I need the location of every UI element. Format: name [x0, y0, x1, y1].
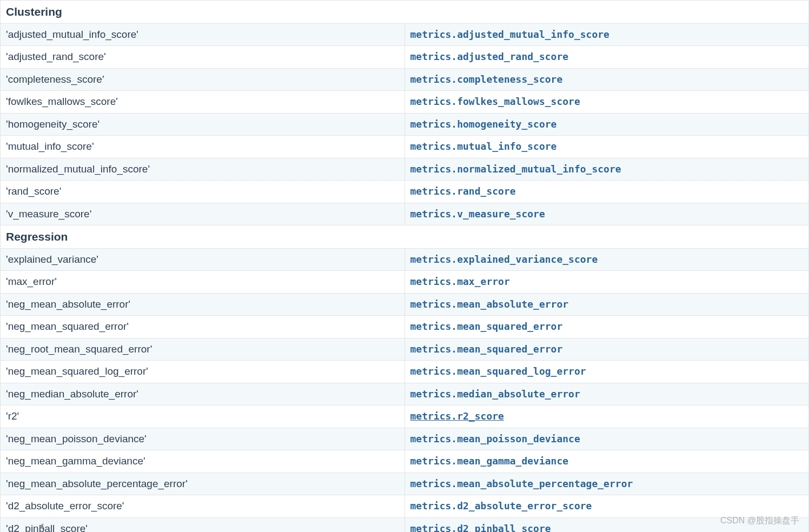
scorer-name: 'adjusted_rand_score' — [6, 51, 106, 62]
table-row: 'neg_mean_absolute_error'metrics.mean_ab… — [1, 293, 809, 316]
metrics-table: Clustering'adjusted_mutual_info_score'me… — [0, 0, 809, 532]
scorer-name: 'max_error' — [6, 276, 57, 287]
table-row: 'd2_pinball_score'metrics.d2_pinball_sco… — [1, 517, 809, 532]
scorer-name: 'fowlkes_mallows_score' — [6, 96, 118, 107]
scorer-name: 'neg_median_absolute_error' — [6, 388, 138, 400]
function-link[interactable]: metrics.v_measure_score — [410, 208, 545, 220]
function-link[interactable]: metrics.adjusted_mutual_info_score — [410, 29, 609, 40]
function-link[interactable]: metrics.r2_score — [410, 410, 504, 422]
scorer-name: 'neg_mean_squared_error' — [6, 321, 129, 332]
function-link[interactable]: metrics.homogeneity_score — [410, 118, 557, 130]
table-row: 'neg_mean_squared_error'metrics.mean_squ… — [1, 316, 809, 338]
function-link[interactable]: metrics.d2_pinball_score — [410, 523, 551, 533]
table-row: 'neg_root_mean_squared_error'metrics.mea… — [1, 338, 809, 361]
table-row: 'fowlkes_mallows_score'metrics.fowlkes_m… — [1, 91, 809, 114]
scorer-name: 'd2_absolute_error_score' — [6, 500, 124, 511]
table-row: 'homogeneity_score'metrics.homogeneity_s… — [1, 113, 809, 136]
table-row: 'adjusted_mutual_info_score'metrics.adju… — [1, 23, 809, 46]
scorer-name: 'neg_mean_absolute_error' — [6, 298, 130, 310]
table-row: 'adjusted_rand_score'metrics.adjusted_ra… — [1, 46, 809, 69]
scorer-name: 'neg_mean_poisson_deviance' — [6, 433, 147, 444]
scorer-name: 'explained_variance' — [6, 254, 98, 265]
table-row: 'rand_score'metrics.rand_score — [1, 181, 809, 203]
function-link[interactable]: metrics.mean_absolute_error — [410, 298, 569, 310]
table-row: 'neg_mean_gamma_deviance'metrics.mean_ga… — [1, 450, 809, 473]
table-row: 'normalized_mutual_info_score'metrics.no… — [1, 158, 809, 181]
scorer-name: 'adjusted_mutual_info_score' — [6, 29, 138, 40]
table-row: 'neg_mean_absolute_percentage_error'metr… — [1, 473, 809, 495]
table-row: 'max_error'metrics.max_error — [1, 271, 809, 294]
scorer-name: 'completeness_score' — [6, 74, 104, 85]
function-link[interactable]: metrics.mean_absolute_percentage_error — [410, 478, 633, 489]
scroll-left-icon[interactable] — [39, 523, 43, 530]
table-row: 'neg_mean_squared_log_error'metrics.mean… — [1, 361, 809, 383]
scorer-name: 'rand_score' — [6, 185, 61, 197]
table-row: 'r2'metrics.r2_score — [1, 405, 809, 428]
function-link[interactable]: metrics.mean_squared_error — [410, 321, 563, 332]
table-row: 'v_measure_score'metrics.v_measure_score — [1, 203, 809, 225]
scorer-name: 'mutual_info_score' — [6, 141, 94, 152]
function-link[interactable]: metrics.fowlkes_mallows_score — [410, 96, 580, 107]
table-row: 'mutual_info_score'metrics.mutual_info_s… — [1, 136, 809, 158]
scorer-name: 'd2_pinball_score' — [6, 523, 88, 533]
table-row: 'neg_mean_poisson_deviance'metrics.mean_… — [1, 428, 809, 450]
scorer-name: 'neg_mean_gamma_deviance' — [6, 455, 145, 467]
function-link[interactable]: metrics.mean_gamma_deviance — [410, 455, 569, 467]
scorer-name: 'neg_root_mean_squared_error' — [6, 343, 152, 355]
function-link[interactable]: metrics.mean_poisson_deviance — [410, 433, 580, 444]
function-link[interactable]: metrics.mutual_info_score — [410, 141, 557, 152]
function-link[interactable]: metrics.explained_variance_score — [410, 254, 598, 265]
table-row: 'd2_absolute_error_score'metrics.d2_abso… — [1, 495, 809, 518]
function-link[interactable]: metrics.normalized_mutual_info_score — [410, 163, 621, 175]
table-row: 'explained_variance'metrics.explained_va… — [1, 248, 809, 271]
function-link[interactable]: metrics.median_absolute_error — [410, 388, 580, 400]
scorer-name: 'homogeneity_score' — [6, 118, 100, 130]
table-row: 'completeness_score'metrics.completeness… — [1, 68, 809, 91]
section-header: Clustering — [1, 1, 809, 24]
scorer-name: 'v_measure_score' — [6, 208, 91, 220]
table-row: 'neg_median_absolute_error'metrics.media… — [1, 383, 809, 405]
function-link[interactable]: metrics.d2_absolute_error_score — [410, 500, 592, 511]
scorer-name: 'normalized_mutual_info_score' — [6, 163, 150, 175]
function-link[interactable]: metrics.mean_squared_log_error — [410, 365, 586, 377]
function-link[interactable]: metrics.rand_score — [410, 185, 516, 197]
function-link[interactable]: metrics.mean_squared_error — [410, 343, 563, 355]
scorer-name: 'neg_mean_absolute_percentage_error' — [6, 478, 188, 489]
function-link[interactable]: metrics.adjusted_rand_score — [410, 51, 569, 62]
scorer-name: 'r2' — [6, 410, 19, 422]
scorer-name: 'neg_mean_squared_log_error' — [6, 365, 148, 377]
function-link[interactable]: metrics.max_error — [410, 276, 510, 287]
section-header: Regression — [1, 225, 809, 249]
function-link[interactable]: metrics.completeness_score — [410, 74, 563, 85]
